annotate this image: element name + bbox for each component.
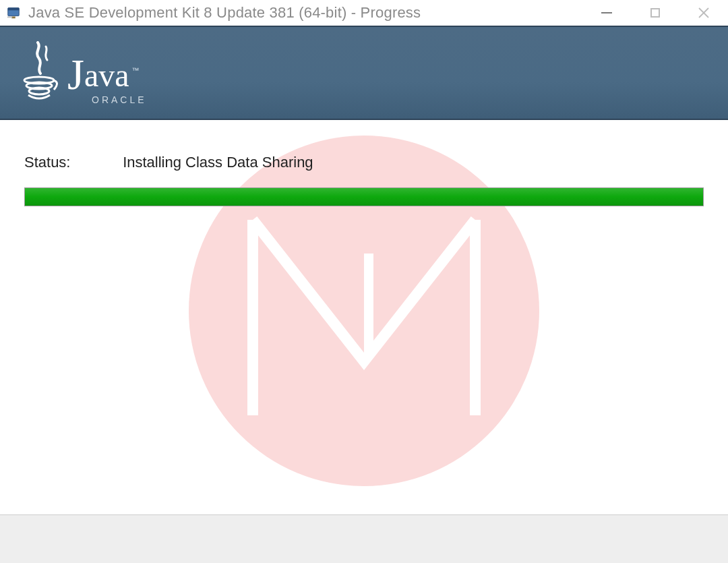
status-line: Status: Installing Class Data Sharing [24, 154, 704, 171]
dialog-footer [0, 514, 728, 563]
window-controls [582, 0, 728, 26]
progress-fill [25, 188, 703, 206]
progress-bar [24, 187, 704, 206]
svg-rect-3 [7, 17, 12, 18]
maximize-button[interactable] [631, 0, 679, 26]
titlebar: Java SE Development Kit 8 Update 381 (64… [0, 0, 728, 26]
status-label: Status: [24, 154, 119, 171]
status-message: Installing Class Data Sharing [123, 154, 313, 171]
window-title: Java SE Development Kit 8 Update 381 (64… [28, 4, 421, 22]
oracle-wordmark: ORACLE [92, 95, 147, 105]
java-cup-icon [20, 41, 62, 105]
installer-icon [5, 5, 22, 21]
content-area: Status: Installing Class Data Sharing [0, 120, 728, 514]
svg-rect-1 [8, 8, 20, 11]
svg-point-8 [29, 88, 49, 94]
java-logo: Java™ ORACLE [20, 41, 147, 105]
java-wordmark: Java™ [67, 51, 147, 94]
minimize-button[interactable] [582, 0, 631, 26]
close-button[interactable] [679, 0, 728, 26]
watermark-logo [185, 132, 543, 490]
branding-banner: Java™ ORACLE [0, 26, 728, 120]
